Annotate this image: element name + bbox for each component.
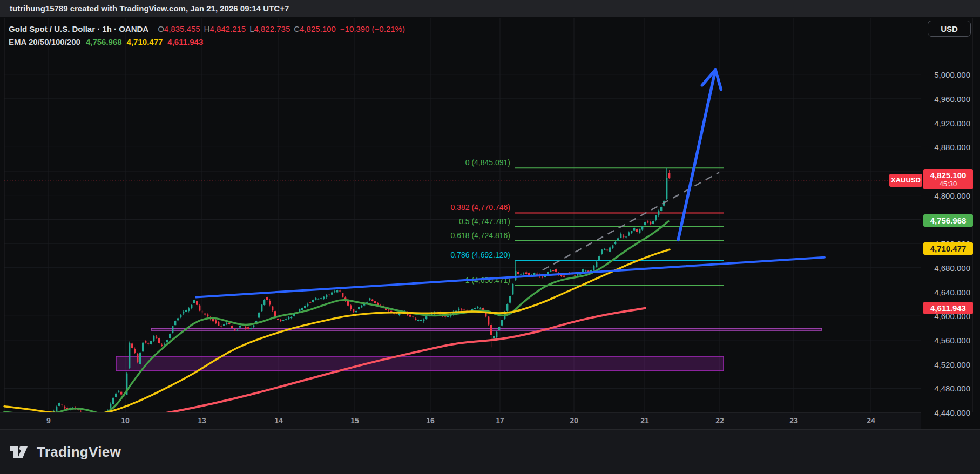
supply-zone-box[interactable]: [116, 356, 724, 371]
ema-legend-row[interactable]: EMA 20/50/100/2004,756.9684,710.4774,611…: [9, 36, 405, 49]
candle: [112, 398, 114, 404]
candle: [496, 332, 497, 337]
candle: [474, 308, 476, 309]
time-axis-tick: 9: [46, 416, 51, 425]
candle: [177, 318, 179, 320]
candle: [652, 221, 654, 224]
candle: [501, 320, 503, 326]
price-axis-tick: 4,640.000: [934, 287, 970, 296]
candle: [350, 305, 352, 309]
candle: [655, 215, 657, 220]
candle: [355, 311, 357, 312]
symbol-title[interactable]: Gold Spot / U.S. Dollar · 1h · OANDA: [9, 24, 148, 33]
candle: [110, 404, 111, 408]
candle: [498, 327, 500, 330]
time-axis-tick: 20: [570, 416, 578, 425]
candle: [304, 306, 306, 308]
candle: [215, 320, 217, 323]
fib-level-label[interactable]: 0 (4,845.091): [465, 158, 510, 167]
candle: [266, 297, 268, 300]
candle: [666, 178, 667, 199]
high-label: H: [204, 24, 210, 33]
open-value: 4,835.455: [164, 24, 200, 33]
candle: [598, 256, 600, 260]
bullish-arrow[interactable]: [678, 70, 721, 240]
candle: [563, 276, 565, 277]
candle: [172, 326, 173, 333]
candle: [490, 325, 492, 335]
candle: [282, 320, 284, 321]
candle: [290, 317, 292, 318]
candle: [668, 173, 670, 178]
candle: [542, 277, 543, 277]
candle: [277, 319, 279, 320]
candle: [334, 291, 335, 292]
candle: [517, 272, 519, 274]
candle: [361, 306, 362, 307]
candle: [447, 316, 449, 317]
candle: [417, 320, 419, 321]
candle: [315, 298, 316, 300]
candle: [604, 249, 605, 250]
currency-usd-button[interactable]: USD: [928, 21, 971, 37]
symbol-legend-row[interactable]: Gold Spot / U.S. Dollar · 1h · OANDAO4,8…: [9, 23, 405, 36]
candle: [388, 310, 389, 311]
candle: [236, 330, 238, 330]
candle: [339, 290, 341, 291]
candle: [425, 316, 427, 319]
candle: [58, 403, 60, 405]
candle: [320, 298, 322, 299]
ema50-badge[interactable]: 4,710.477: [923, 242, 973, 255]
candle: [574, 275, 576, 275]
candle: [326, 295, 327, 297]
time-axis[interactable]: 91013141516172021222324: [0, 412, 921, 429]
candle: [631, 231, 632, 233]
candle: [550, 270, 551, 272]
low-value: 4,822.735: [254, 24, 290, 33]
ema20-badge[interactable]: 4,756.968: [923, 214, 973, 227]
candle: [164, 344, 165, 344]
candle: [509, 296, 511, 303]
candle: [156, 337, 157, 338]
candle: [625, 236, 627, 237]
price-axis[interactable]: 5,000.0004,960.0004,920.0004,880.0004,84…: [922, 17, 980, 412]
candle: [660, 207, 662, 211]
candle: [115, 394, 117, 397]
chart-area[interactable]: 0 (4,845.091)0.382 (4,770.746)0.5 (4,747…: [0, 17, 980, 429]
candle: [612, 246, 613, 248]
candle: [245, 327, 246, 329]
close-label: C: [294, 24, 300, 33]
close-value: 4,825.100: [300, 24, 336, 33]
time-axis-tick: 22: [715, 416, 724, 425]
candle: [153, 336, 154, 341]
attribution-text: tutrihung15789 created with TradingView.…: [10, 4, 289, 13]
fib-level-label[interactable]: 0.5 (4,747.781): [459, 217, 510, 226]
fib-level-label[interactable]: 0.786 (4,692.120): [450, 250, 510, 259]
time-axis-tick: 23: [789, 416, 798, 425]
candle: [218, 322, 219, 326]
candle: [280, 320, 281, 321]
candle: [137, 354, 138, 362]
candle: [342, 293, 343, 297]
candle: [166, 340, 168, 342]
ema-indicator-label[interactable]: EMA 20/50/100/200: [9, 37, 80, 46]
ema200-badge[interactable]: 4,611.943: [923, 302, 973, 314]
price-axis-tick: 4,880.000: [934, 143, 970, 152]
candle: [525, 272, 527, 274]
candle: [129, 343, 130, 368]
candle: [188, 308, 190, 311]
price-chart-canvas[interactable]: 0 (4,845.091)0.382 (4,770.746)0.5 (4,747…: [0, 17, 980, 429]
fib-level-label[interactable]: 0.618 (4,724.816): [450, 231, 510, 240]
fib-level-label[interactable]: 0.382 (4,770.746): [450, 203, 510, 212]
candle: [204, 314, 206, 315]
candle: [609, 247, 611, 252]
candle: [328, 295, 330, 295]
last-price-badge[interactable]: 4,825.10045:30: [923, 169, 973, 189]
candle: [134, 349, 136, 353]
candle: [288, 317, 289, 319]
bottom-watermark-bar: TradingView: [0, 429, 980, 474]
open-label: O: [158, 24, 164, 33]
candle: [582, 269, 584, 272]
candle: [220, 326, 222, 326]
symbol-price-tag[interactable]: XAUUSD: [889, 174, 922, 187]
